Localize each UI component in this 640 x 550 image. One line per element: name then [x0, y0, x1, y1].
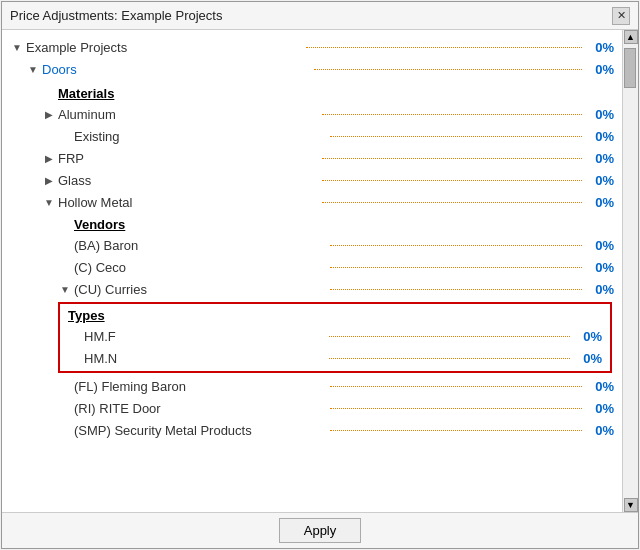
toggle-doors[interactable]: ▼ [26, 62, 40, 76]
item-pct-doors: 0% [586, 62, 614, 77]
dots [314, 69, 582, 70]
dots [330, 267, 582, 268]
item-label-c-ceco: (C) Ceco [74, 260, 326, 275]
tree-row[interactable]: ▶ Aluminum 0% [2, 103, 622, 125]
item-label-ba-baron: (BA) Baron [74, 238, 326, 253]
toggle-frp[interactable]: ▶ [42, 151, 56, 165]
item-label-fl-fleming: (FL) Fleming Baron [74, 379, 326, 394]
item-label-cu-curries: (CU) Curries [74, 282, 326, 297]
item-label-hollow-metal: Hollow Metal [58, 195, 318, 210]
tree-row[interactable]: Existing 0% [2, 125, 622, 147]
materials-header: Materials [2, 80, 622, 103]
item-pct-hollow-metal: 0% [586, 195, 614, 210]
scroll-thumb[interactable] [624, 48, 636, 88]
toggle-hollow-metal[interactable]: ▼ [42, 195, 56, 209]
tree-row[interactable]: ▼ Example Projects 0% [2, 36, 622, 58]
dots [330, 430, 582, 431]
item-label-hm-n: HM.N [84, 351, 325, 366]
scroll-up-button[interactable]: ▲ [624, 30, 638, 44]
dots [322, 202, 582, 203]
scroll-down-button[interactable]: ▼ [624, 498, 638, 512]
item-label-glass: Glass [58, 173, 318, 188]
item-label-doors: Doors [42, 62, 310, 77]
dots [330, 408, 582, 409]
item-pct-frp: 0% [586, 151, 614, 166]
item-pct-glass: 0% [586, 173, 614, 188]
toggle-aluminum[interactable]: ▶ [42, 107, 56, 121]
dots [330, 289, 582, 290]
tree-row[interactable]: (FL) Fleming Baron 0% [2, 375, 622, 397]
footer: Apply [2, 512, 638, 548]
scroll-track [623, 44, 638, 498]
main-layout: ▼ Example Projects 0% ▼ Doors 0% Materia… [2, 30, 638, 512]
tree-row[interactable]: HM.N 0% [60, 347, 610, 369]
toggle-example-projects[interactable]: ▼ [10, 40, 24, 54]
item-pct-hm-n: 0% [574, 351, 602, 366]
scrollbar[interactable]: ▲ ▼ [622, 30, 638, 512]
item-pct-example-projects: 0% [586, 40, 614, 55]
tree-row[interactable]: (BA) Baron 0% [2, 234, 622, 256]
window-title: Price Adjustments: Example Projects [10, 8, 222, 23]
apply-button[interactable]: Apply [279, 518, 362, 543]
types-box: Types HM.F 0% HM.N 0% [58, 302, 612, 373]
dots [322, 114, 582, 115]
item-pct-ri-rite: 0% [586, 401, 614, 416]
types-header: Types [60, 306, 610, 325]
main-window: Price Adjustments: Example Projects ✕ ▼ … [1, 1, 639, 549]
item-pct-cu-curries: 0% [586, 282, 614, 297]
close-button[interactable]: ✕ [612, 7, 630, 25]
item-label-existing: Existing [74, 129, 326, 144]
titlebar: Price Adjustments: Example Projects ✕ [2, 2, 638, 30]
dots [330, 245, 582, 246]
toggle-glass[interactable]: ▶ [42, 173, 56, 187]
dots [322, 180, 582, 181]
item-pct-c-ceco: 0% [586, 260, 614, 275]
item-pct-aluminum: 0% [586, 107, 614, 122]
item-label-frp: FRP [58, 151, 318, 166]
tree-row[interactable]: (C) Ceco 0% [2, 256, 622, 278]
dots [330, 136, 582, 137]
item-label-hm-f: HM.F [84, 329, 325, 344]
dots [306, 47, 582, 48]
item-label-smp-security: (SMP) Security Metal Products [74, 423, 326, 438]
tree-row[interactable]: HM.F 0% [60, 325, 610, 347]
dots [322, 158, 582, 159]
item-label-aluminum: Aluminum [58, 107, 318, 122]
toggle-cu-curries[interactable]: ▼ [58, 282, 72, 296]
item-pct-existing: 0% [586, 129, 614, 144]
dots [329, 336, 570, 337]
tree-row[interactable]: ▼ (CU) Curries 0% [2, 278, 622, 300]
dots [329, 358, 570, 359]
item-label-example-projects: Example Projects [26, 40, 302, 55]
tree-row[interactable]: (RI) RITE Door 0% [2, 397, 622, 419]
content-area[interactable]: ▼ Example Projects 0% ▼ Doors 0% Materia… [2, 30, 622, 512]
tree-row[interactable]: ▼ Hollow Metal 0% [2, 191, 622, 213]
item-pct-hm-f: 0% [574, 329, 602, 344]
tree-row[interactable]: ▼ Doors 0% [2, 58, 622, 80]
dots [330, 386, 582, 387]
item-pct-ba-baron: 0% [586, 238, 614, 253]
tree-row[interactable]: ▶ Glass 0% [2, 169, 622, 191]
vendors-header: Vendors [2, 213, 622, 234]
tree-row[interactable]: (SMP) Security Metal Products 0% [2, 419, 622, 441]
item-label-ri-rite: (RI) RITE Door [74, 401, 326, 416]
item-pct-smp-security: 0% [586, 423, 614, 438]
tree-row[interactable]: ▶ FRP 0% [2, 147, 622, 169]
item-pct-fl-fleming: 0% [586, 379, 614, 394]
